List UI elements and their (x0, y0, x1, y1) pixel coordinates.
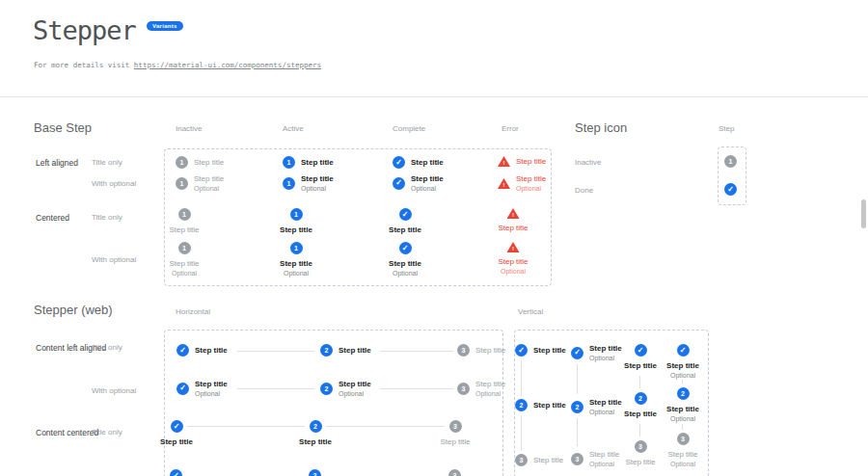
optional-label: Optional (501, 268, 526, 276)
optional-label: Optional (670, 461, 695, 468)
material-ui-link[interactable]: https://material-ui.com/components/stepp… (134, 61, 321, 69)
optional-label: Optional (284, 270, 309, 278)
step-title: Step title (516, 174, 546, 184)
connector-line (521, 415, 522, 451)
connector-line (639, 424, 640, 436)
column-header-active: Active (283, 124, 304, 133)
sub-label-with-optional: With optional (92, 386, 136, 395)
stepper-web-heading: Stepper (web) (34, 303, 113, 317)
step-error-centered-optional: Step titleOptional (470, 242, 556, 276)
optional-label: Optional (516, 185, 546, 193)
step-number-icon: 2 (320, 344, 333, 357)
step-number-icon: 3 (677, 433, 690, 445)
warning-icon (507, 242, 520, 252)
step-number-icon: 1 (176, 156, 188, 169)
step-number-icon: 3 (515, 454, 528, 466)
step-error-centered: Step title (470, 208, 556, 233)
step-title: Step title (667, 450, 697, 460)
step-number-icon: 1 (290, 242, 303, 254)
step-inactive-centered-optional: 1 Step titleOptional (141, 242, 228, 278)
step-title: Step title (280, 225, 312, 235)
hstep-2-active-centered: 2 Step title (272, 420, 359, 447)
check-icon (724, 183, 737, 196)
step-title: Step title (498, 257, 528, 267)
vstep-3-inactive-centered-optional: 3 Step titleOptional (644, 433, 721, 468)
optional-label: Optional (339, 390, 371, 398)
step-title: Step title (666, 405, 699, 414)
step-title: Step title (339, 346, 371, 356)
step-title: Step title (195, 380, 228, 389)
step-active-centered: 1 Step title (253, 208, 339, 235)
step-title: Step title (475, 346, 505, 356)
column-header-error: Error (502, 124, 519, 133)
connector-line (237, 351, 314, 352)
check-icon (176, 344, 189, 357)
vstep-3-inactive: 3 Step title (515, 454, 563, 466)
connector-line (682, 424, 683, 430)
step-active-centered-optional: 1 Step titleOptional (253, 242, 339, 278)
connector-line (380, 351, 453, 352)
step-title: Step title (475, 380, 505, 389)
connector-line (682, 380, 683, 384)
step-title: Step title (533, 456, 563, 465)
step-title: Step title (411, 158, 444, 168)
scrollbar-thumb[interactable] (861, 199, 866, 228)
row-label-content-centered: Content centered (36, 428, 98, 437)
optional-label: Optional (301, 185, 334, 193)
step-number-icon: 2 (677, 387, 690, 400)
step-error-left: Step title (498, 156, 546, 167)
hstep-3-inactive: 3 Step title (457, 344, 505, 357)
step-number-icon: 1 (176, 177, 188, 190)
step-title: Step title (516, 157, 546, 167)
base-step-heading: Base Step (34, 120, 92, 135)
step-number-icon: 1 (724, 155, 737, 168)
check-icon (677, 344, 690, 357)
connector-line (521, 360, 522, 396)
optional-label: Optional (670, 415, 695, 423)
subtitle-text: For more details visit (34, 61, 134, 69)
connector-line (577, 418, 578, 446)
header-divider (0, 96, 868, 97)
step-title: Step title (666, 361, 699, 371)
step-title: Step title (280, 259, 312, 269)
step-number-icon: 3 (449, 420, 462, 433)
sub-label-title-only: Title only (92, 428, 122, 436)
column-header-inactive: Inactive (176, 124, 203, 133)
optional-label: Optional (194, 185, 224, 193)
check-icon (176, 383, 189, 395)
optional-label: Optional (411, 185, 444, 193)
step-number-icon: 3 (457, 344, 470, 357)
sub-label-title-only: Title only (92, 343, 122, 352)
connector-line (380, 388, 453, 389)
step-number-icon: 3 (448, 469, 461, 476)
optional-label: Optional (670, 372, 695, 380)
step-number-icon: 1 (178, 208, 191, 221)
step-inactive-left-optional: 1 Step titleOptional (176, 174, 224, 193)
step-title: Step title (169, 225, 199, 235)
step-title: Step title (194, 158, 224, 168)
step-number-icon: 1 (178, 242, 191, 254)
step-icon-heading: Step icon (575, 120, 627, 135)
column-header-step: Step (719, 124, 734, 133)
step-title: Step title (440, 437, 470, 447)
sub-label-title-only: Title only (92, 213, 122, 222)
hstep-1-complete: Step title (176, 344, 228, 357)
step-active-left-optional: 1 Step titleOptional (283, 174, 334, 193)
step-title: Step title (299, 437, 332, 447)
step-title: Step title (339, 380, 371, 389)
row-label-centered: Centered (36, 213, 69, 223)
check-icon (399, 242, 412, 254)
step-title: Step title (533, 346, 566, 356)
subtitle: For more details visit https://material-… (34, 61, 321, 69)
sub-label-with-optional: With optional (92, 255, 136, 264)
connector-line (237, 388, 314, 389)
check-icon (515, 344, 528, 357)
optional-label: Optional (475, 390, 505, 398)
connector-line (577, 364, 578, 394)
hstep-2-active-optional: 2 Step titleOptional (320, 380, 371, 398)
step-title: Step title (498, 224, 528, 233)
warning-icon (507, 208, 520, 219)
step-title: Step title (301, 174, 334, 184)
step-title: Step title (301, 158, 334, 168)
sub-label-title-only: Title only (92, 158, 122, 167)
